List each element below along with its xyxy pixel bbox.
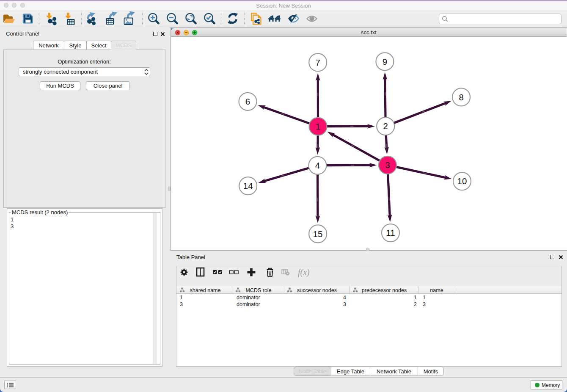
svg-text:MCDS role: MCDS role	[245, 287, 271, 293]
svg-text:7: 7	[315, 58, 320, 67]
svg-text:shared name: shared name	[190, 287, 221, 293]
svg-text:3: 3	[385, 160, 390, 170]
svg-text:1: 1	[316, 121, 320, 131]
svg-text:14: 14	[243, 181, 253, 190]
svg-text:f(x): f(x)	[298, 268, 310, 277]
svg-text:4: 4	[315, 160, 320, 170]
svg-text:2: 2	[383, 121, 388, 131]
svg-text:6: 6	[245, 97, 250, 106]
svg-text:15: 15	[313, 229, 323, 239]
svg-text:name: name	[430, 287, 443, 293]
svg-text:10: 10	[457, 176, 467, 186]
svg-text:9: 9	[383, 57, 387, 66]
svg-text:11: 11	[386, 228, 395, 237]
svg-text:successor nodes: successor nodes	[297, 287, 337, 293]
svg-text:8: 8	[459, 92, 463, 102]
svg-text:predecessor nodes: predecessor nodes	[362, 287, 407, 293]
